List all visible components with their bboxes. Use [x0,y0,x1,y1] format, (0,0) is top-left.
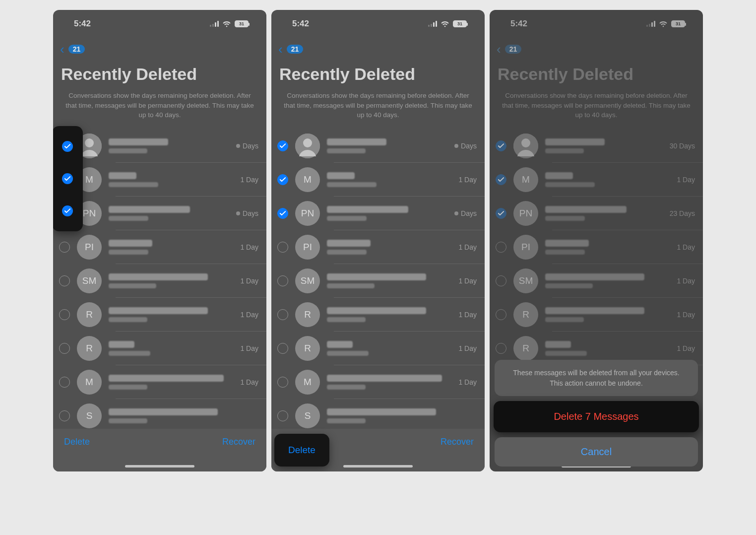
conversation-sub-redacted [545,250,585,255]
conversation-row[interactable]: R 1 Day [53,332,266,365]
conversation-row[interactable]: PN Days [53,197,266,230]
battery-icon: 31 [671,20,685,27]
select-checkbox[interactable] [496,208,506,219]
select-checkbox[interactable] [496,275,506,286]
status-bar: 5:42 31 [490,10,703,38]
conversation-row[interactable]: M 1 Day [271,365,485,399]
conversation-name-redacted [545,307,644,314]
conversation-row[interactable]: R 1 Day [490,298,703,332]
conversation-row[interactable]: M 1 Day [271,163,485,197]
select-checkbox[interactable] [277,275,288,286]
select-checkbox[interactable] [277,410,288,421]
days-remaining: 1 Day [455,344,477,352]
conversation-row[interactable]: Days [53,129,266,163]
nav-back[interactable]: ‹ 21 [490,38,703,59]
conversation-sub-redacted [327,351,369,356]
conversation-name-redacted [109,172,136,179]
select-checkbox[interactable] [62,141,73,152]
conversation-sub-redacted [327,250,367,255]
conversation-row[interactable]: SM 1 Day [271,264,485,298]
select-checkbox[interactable] [62,173,73,184]
cellular-signal-icon [428,21,437,27]
conversation-row[interactable]: S [53,399,266,433]
days-remaining: Days [451,142,477,150]
select-checkbox[interactable] [59,377,70,388]
select-checkbox[interactable] [59,242,70,253]
select-checkbox[interactable] [496,343,506,354]
chevron-left-icon: ‹ [497,43,501,56]
avatar: M [513,167,538,192]
avatar: R [295,302,320,327]
select-checkbox[interactable] [59,410,70,421]
conversation-name-redacted [327,408,436,415]
avatar: R [513,302,538,327]
conversation-info [545,273,667,288]
conversation-row[interactable]: R 1 Day [271,298,485,332]
select-checkbox[interactable] [496,309,506,320]
conversation-row[interactable]: M 1 Day [53,163,266,197]
avatar: SM [513,268,538,293]
conversation-row[interactable]: SM 1 Day [490,264,703,298]
select-checkbox[interactable] [59,309,70,320]
recover-button[interactable]: Recover [222,437,255,447]
conversation-info [545,240,667,255]
select-checkbox[interactable] [277,208,288,219]
avatar: R [77,302,102,327]
conversation-row[interactable]: M 1 Day [490,163,703,197]
delete-button[interactable]: Delete [64,437,90,447]
callout-delete-button[interactable]: Delete [274,434,329,467]
conversation-row[interactable]: Days [271,129,485,163]
select-checkbox[interactable] [62,205,73,216]
select-checkbox[interactable] [277,140,288,151]
conversation-name-redacted [327,138,386,145]
page-title: Recently Deleted [271,59,485,89]
conversation-row[interactable]: PN Days [271,197,485,230]
days-remaining: 1 Day [674,176,695,184]
conversation-info [109,206,226,221]
days-remaining: 1 Day [674,344,695,352]
back-count-badge: 21 [287,45,304,54]
conversation-sub-redacted [327,283,375,288]
conversation-info [327,375,448,390]
recover-button[interactable]: Recover [441,437,474,447]
cancel-button[interactable]: Cancel [495,437,698,467]
conversation-name-redacted [109,273,208,280]
select-checkbox[interactable] [277,242,288,253]
avatar: PI [77,235,102,260]
conversation-info [109,138,226,153]
nav-back[interactable]: ‹ 21 [271,38,485,59]
conversation-row[interactable]: PI 1 Day [271,230,485,264]
conversation-row[interactable]: SM 1 Day [53,264,266,298]
select-checkbox[interactable] [277,377,288,388]
avatar: M [295,370,320,395]
conversation-row[interactable]: M 1 Day [53,365,266,399]
avatar: R [77,336,102,361]
conversation-sub-redacted [545,283,593,288]
confirm-delete-button[interactable]: Delete 7 Messages [494,401,699,432]
days-remaining: 1 Day [455,243,477,251]
conversation-info [327,240,448,255]
select-checkbox[interactable] [277,309,288,320]
conversation-row[interactable]: 30 Days [490,129,703,163]
conversation-row[interactable]: PI 1 Day [490,230,703,264]
back-count-badge: 21 [505,45,522,54]
svg-point-5 [521,138,530,147]
nav-back[interactable]: ‹ 21 [53,38,266,59]
select-checkbox[interactable] [59,275,70,286]
back-count-badge: 21 [68,45,85,54]
select-checkbox[interactable] [496,174,506,185]
conversation-list: Days M 1 Day PN Days PI [271,129,485,433]
conversation-row[interactable]: S [271,399,485,433]
conversation-row[interactable]: R 1 Day [271,332,485,365]
conversation-sub-redacted [109,182,158,187]
select-checkbox[interactable] [59,343,70,354]
select-checkbox[interactable] [496,140,506,151]
conversation-row[interactable]: PN 23 Days [490,197,703,230]
select-checkbox[interactable] [277,343,288,354]
conversation-row[interactable]: PI 1 Day [53,230,266,264]
conversation-row[interactable]: R 1 Day [53,298,266,332]
days-remaining: 1 Day [455,311,477,319]
select-checkbox[interactable] [496,242,506,253]
meta-dot-redacted [236,211,240,215]
select-checkbox[interactable] [277,174,288,185]
